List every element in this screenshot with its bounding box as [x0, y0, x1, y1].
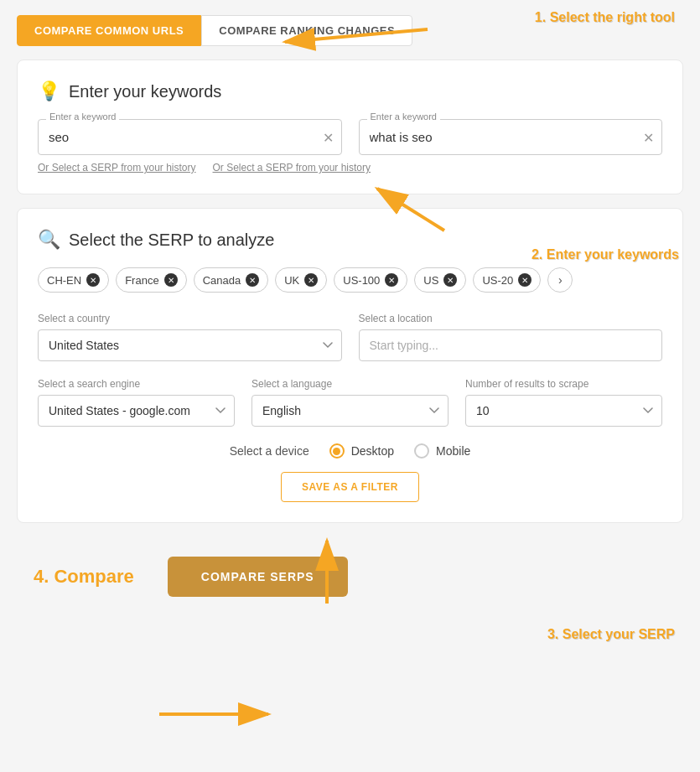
keywords-card-header: 💡 Enter your keywords	[38, 80, 662, 102]
desktop-radio[interactable]	[329, 443, 345, 459]
device-label: Select a device	[230, 444, 309, 458]
keyword2-label: Enter a keyword	[367, 111, 440, 122]
location-select-group: Select a location Start typing...	[359, 313, 663, 361]
location-label: Select a location	[359, 313, 663, 324]
chip-ch-en[interactable]: CH-EN ✕	[38, 267, 109, 293]
language-select[interactable]: English	[251, 395, 449, 427]
country-select[interactable]: United States	[38, 329, 342, 361]
mobile-label: Mobile	[436, 444, 470, 458]
engine-select[interactable]: United States - google.com	[38, 395, 235, 427]
serp-chips-row: CH-EN ✕ France ✕ Canada ✕ UK ✕ US-100 ✕ …	[38, 267, 662, 293]
engine-label: Select a search engine	[38, 378, 235, 390]
chip-france-remove[interactable]: ✕	[164, 273, 178, 287]
engine-select-group: Select a search engine United States - g…	[38, 378, 235, 427]
mobile-radio[interactable]	[414, 443, 429, 459]
engine-language-results-row: Select a search engine United States - g…	[38, 378, 662, 427]
chip-uk[interactable]: UK ✕	[275, 267, 327, 293]
chip-canada[interactable]: Canada ✕	[194, 267, 269, 293]
language-label: Select a language	[251, 378, 449, 390]
chip-us20[interactable]: US-20 ✕	[473, 267, 541, 293]
keyword2-input-group: Enter a keyword ✕	[359, 119, 663, 155]
serp-history-link-1[interactable]: Or Select a SERP from your history	[38, 162, 196, 174]
serp-card-title: Select the SERP to analyze	[69, 231, 274, 250]
chip-france[interactable]: France ✕	[116, 267, 186, 293]
chip-us[interactable]: US ✕	[414, 267, 466, 293]
chip-france-label: France	[125, 274, 158, 287]
keywords-card: 💡 Enter your keywords Enter a keyword ✕ …	[17, 60, 683, 194]
device-row: Select a device Desktop Mobile	[38, 443, 662, 459]
chip-ch-en-remove[interactable]: ✕	[86, 273, 100, 287]
lightbulb-icon: 💡	[38, 80, 60, 102]
compare-row: 4. Compare COMPARE SERPS	[0, 536, 700, 622]
save-filter-button[interactable]: SAVE AS A FILTER	[281, 472, 419, 502]
chip-us20-label: US-20	[482, 274, 513, 287]
country-select-group: Select a country United States	[38, 313, 342, 361]
results-label: Number of results to scrape	[465, 378, 662, 390]
search-icon: 🔍	[38, 229, 60, 251]
save-filter-row: SAVE AS A FILTER	[38, 472, 662, 502]
chip-us20-remove[interactable]: ✕	[518, 273, 531, 287]
keyword-inputs-row: Enter a keyword ✕ Enter a keyword ✕	[38, 119, 662, 155]
keyword2-input[interactable]	[359, 119, 663, 155]
chip-canada-label: Canada	[203, 274, 241, 287]
country-location-row: Select a country United States Select a …	[38, 313, 662, 361]
chip-us100-label: US-100	[343, 274, 380, 287]
chip-canada-remove[interactable]: ✕	[246, 273, 259, 287]
chip-uk-label: UK	[284, 274, 299, 287]
desktop-label: Desktop	[351, 444, 394, 458]
results-select-group: Number of results to scrape 10	[465, 378, 662, 427]
device-mobile-option[interactable]: Mobile	[414, 443, 470, 459]
results-select[interactable]: 10	[465, 395, 662, 427]
country-label: Select a country	[38, 313, 342, 324]
keyword2-clear-button[interactable]: ✕	[643, 129, 654, 145]
keyword1-label: Enter a keyword	[46, 111, 119, 122]
serp-history-link-2[interactable]: Or Select a SERP from your history	[213, 162, 371, 174]
device-desktop-option[interactable]: Desktop	[329, 443, 394, 459]
chip-us100-remove[interactable]: ✕	[385, 273, 398, 287]
chips-more-button[interactable]: ›	[547, 267, 573, 293]
language-select-group: Select a language English	[251, 378, 449, 427]
serp-card-header: 🔍 Select the SERP to analyze	[38, 229, 662, 251]
tab-compare-ranking[interactable]: COMPARE RANKING CHANGES	[201, 15, 412, 46]
tabs-bar: COMPARE COMMON URLS COMPARE RANKING CHAN…	[0, 0, 700, 46]
keyword1-input[interactable]	[38, 119, 342, 155]
annotation-step3: 3. Select your SERP	[547, 627, 675, 642]
location-input[interactable]: Start typing...	[359, 329, 663, 361]
compare-step-label: 4. Compare	[34, 566, 134, 588]
keyword1-input-group: Enter a keyword ✕	[38, 119, 342, 155]
serp-card: 🔍 Select the SERP to analyze CH-EN ✕ Fra…	[17, 208, 683, 523]
chip-us-remove[interactable]: ✕	[443, 273, 457, 287]
compare-serps-button[interactable]: COMPARE SERPS	[168, 557, 348, 597]
chip-uk-remove[interactable]: ✕	[304, 273, 318, 287]
keyword1-clear-button[interactable]: ✕	[323, 129, 334, 145]
keywords-card-title: Enter your keywords	[69, 82, 221, 101]
tab-compare-urls[interactable]: COMPARE COMMON URLS	[17, 15, 201, 46]
chip-us-label: US	[423, 274, 438, 287]
chip-us100[interactable]: US-100 ✕	[334, 267, 407, 293]
chip-ch-en-label: CH-EN	[47, 274, 81, 287]
